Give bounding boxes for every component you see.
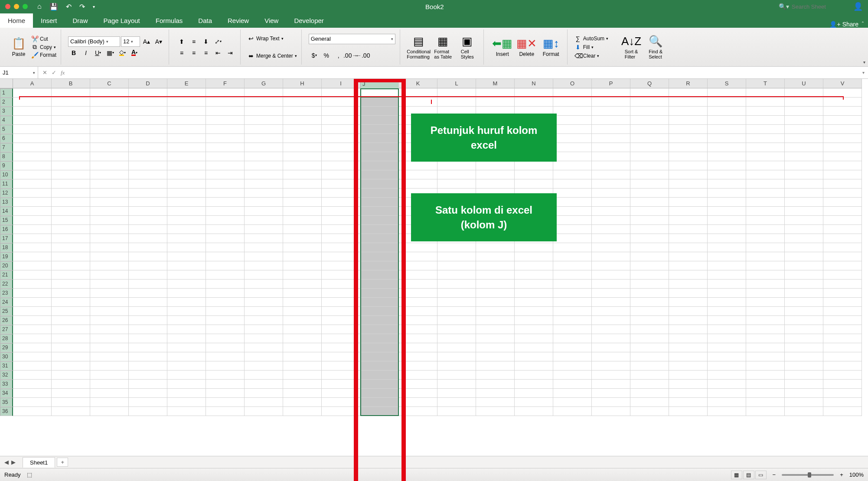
cell[interactable] <box>437 361 476 370</box>
row-header-18[interactable]: 18 <box>0 243 13 252</box>
cell[interactable] <box>746 316 785 325</box>
cell[interactable] <box>206 243 245 252</box>
cell[interactable] <box>669 261 708 270</box>
cell[interactable] <box>823 280 862 289</box>
cell[interactable] <box>669 316 708 325</box>
cell[interactable] <box>360 334 399 343</box>
cell[interactable] <box>245 179 283 188</box>
cell[interactable] <box>746 198 785 207</box>
cell[interactable] <box>592 134 630 143</box>
cell[interactable] <box>476 316 515 325</box>
cell[interactable] <box>90 270 129 280</box>
row-header-22[interactable]: 22 <box>0 280 13 289</box>
cell[interactable] <box>13 152 52 161</box>
cell[interactable] <box>322 352 360 361</box>
cell[interactable] <box>708 188 746 198</box>
cell[interactable] <box>13 161 52 170</box>
cell[interactable] <box>823 116 862 125</box>
cell[interactable] <box>785 207 823 216</box>
cell[interactable] <box>823 343 862 352</box>
cell[interactable] <box>245 270 283 280</box>
cell[interactable] <box>785 361 823 370</box>
cell[interactable] <box>13 361 52 370</box>
cell[interactable] <box>167 143 206 152</box>
page-break-view-icon[interactable]: ▭ <box>755 471 767 479</box>
cell[interactable] <box>746 143 785 152</box>
cell[interactable] <box>52 243 90 252</box>
normal-view-icon[interactable]: ▦ <box>731 471 742 479</box>
cell[interactable] <box>630 280 669 289</box>
cell[interactable] <box>746 361 785 370</box>
cell[interactable] <box>553 152 592 161</box>
cell[interactable] <box>360 152 399 161</box>
cell[interactable] <box>553 407 592 416</box>
cell[interactable] <box>592 107 630 116</box>
cell[interactable] <box>708 352 746 361</box>
cell[interactable] <box>785 289 823 298</box>
row-header-5[interactable]: 5 <box>0 125 13 134</box>
cell[interactable] <box>13 270 52 280</box>
macro-record-icon[interactable]: ⬚ <box>27 471 32 478</box>
cell[interactable] <box>708 307 746 316</box>
cell[interactable] <box>399 298 437 307</box>
row-header-34[interactable]: 34 <box>0 389 13 398</box>
cell[interactable] <box>592 407 630 416</box>
cell[interactable] <box>669 361 708 370</box>
cell[interactable] <box>129 325 167 334</box>
cell[interactable] <box>283 216 322 225</box>
cell[interactable] <box>708 134 746 143</box>
row-header-21[interactable]: 21 <box>0 270 13 280</box>
cell[interactable] <box>476 380 515 389</box>
cell[interactable] <box>245 116 283 125</box>
column-header-N[interactable]: N <box>515 79 553 88</box>
cell[interactable] <box>129 243 167 252</box>
cell[interactable] <box>129 370 167 380</box>
cell[interactable] <box>129 143 167 152</box>
cell[interactable] <box>630 316 669 325</box>
insert-cells-button[interactable]: ⬅▦Insert <box>491 37 514 57</box>
cell[interactable] <box>360 352 399 361</box>
cell[interactable] <box>167 116 206 125</box>
cell[interactable] <box>592 216 630 225</box>
cell[interactable] <box>553 134 592 143</box>
cell[interactable] <box>515 289 553 298</box>
cell[interactable] <box>90 116 129 125</box>
cell[interactable] <box>283 370 322 380</box>
cell[interactable] <box>708 179 746 188</box>
search-sheet[interactable]: 🔍▾ <box>774 3 848 10</box>
cell[interactable] <box>669 370 708 380</box>
cell[interactable] <box>630 389 669 398</box>
cell[interactable] <box>515 170 553 179</box>
cell[interactable] <box>322 316 360 325</box>
cell[interactable] <box>823 234 862 243</box>
cell[interactable] <box>360 380 399 389</box>
cell[interactable] <box>785 325 823 334</box>
cell[interactable] <box>746 370 785 380</box>
cell[interactable] <box>129 352 167 361</box>
cell[interactable] <box>90 179 129 188</box>
cell[interactable] <box>90 207 129 216</box>
cell[interactable] <box>515 179 553 188</box>
cell[interactable] <box>90 352 129 361</box>
cell[interactable] <box>592 307 630 316</box>
cell[interactable] <box>129 207 167 216</box>
number-format-select[interactable]: General▾ <box>309 34 395 44</box>
row-header-6[interactable]: 6 <box>0 134 13 143</box>
align-right-icon[interactable]: ≡ <box>200 48 212 58</box>
cell[interactable] <box>785 280 823 289</box>
cell[interactable] <box>553 170 592 179</box>
spreadsheet-grid[interactable]: ABCDEFGHIJKLMNOPQRSTUV 12345678910111213… <box>0 79 868 481</box>
cell[interactable] <box>553 116 592 125</box>
cell[interactable] <box>360 125 399 134</box>
cell[interactable] <box>669 107 708 116</box>
bold-button[interactable]: B <box>68 48 79 58</box>
row-header-26[interactable]: 26 <box>0 316 13 325</box>
cell[interactable] <box>245 143 283 152</box>
cell[interactable] <box>708 261 746 270</box>
cell[interactable] <box>592 170 630 179</box>
cell[interactable] <box>476 407 515 416</box>
cell[interactable] <box>360 398 399 407</box>
cell[interactable] <box>167 398 206 407</box>
cell[interactable] <box>553 216 592 225</box>
align-middle-icon[interactable]: ≡ <box>188 36 199 47</box>
